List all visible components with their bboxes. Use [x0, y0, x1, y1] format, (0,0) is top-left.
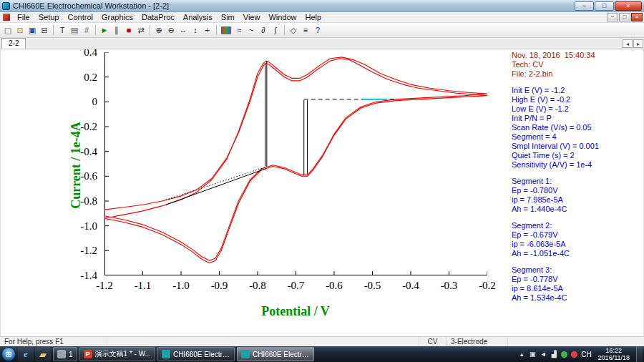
x-tick-label: -0.7: [288, 280, 305, 292]
app-window: CHI660E Electrochemical Workstation - [2…: [0, 0, 644, 362]
print-icon[interactable]: ⊟: [39, 24, 50, 36]
menu-help[interactable]: Help: [301, 13, 326, 21]
menu-control[interactable]: Control: [63, 13, 97, 21]
y-tick-label: 0: [92, 96, 98, 108]
cv-curves-svg: [104, 52, 487, 275]
tab-scroll-right-icon[interactable]: ►: [633, 39, 643, 48]
maximize-button[interactable]: □: [595, 1, 614, 11]
peak1-baseline-dotted: [166, 167, 266, 200]
plot-client-area: Current / 1e-4A Potential / V 0.40.20-0.…: [0, 49, 644, 336]
y-axis-tick-labels: 0.40.20-0.2-0.4-0.6-0.8-1.0-1.2-1.4: [68, 52, 101, 275]
pause-icon[interactable]: ∥: [111, 24, 122, 36]
smooth-icon[interactable]: ~: [245, 24, 257, 36]
toolbar-separator: [216, 25, 217, 35]
data-list-icon[interactable]: ≡: [300, 24, 311, 36]
copy-icon[interactable]: ▤: [69, 24, 80, 36]
start-button[interactable]: ⊞: [1, 347, 16, 361]
taskbar-clock[interactable]: 16:22 2016/11/18: [595, 347, 633, 361]
menu-dataproc[interactable]: DataProc: [137, 13, 179, 21]
zoom-out-icon[interactable]: ⊖: [165, 24, 177, 36]
save-icon[interactable]: ▣: [26, 24, 38, 36]
run-experiment-icon[interactable]: ►: [99, 24, 110, 36]
info-line: Ep = -0.780V: [512, 186, 643, 195]
palette-icon[interactable]: [221, 26, 231, 34]
derivative-icon[interactable]: ∂: [258, 24, 269, 36]
alert-tray-icon[interactable]: [571, 351, 577, 358]
segment-1-results: Segment 1:Ep = -0.780Vip = 7.985e-5AAh =…: [512, 177, 643, 214]
text-tool-icon[interactable]: T: [57, 24, 68, 36]
open-file-icon[interactable]: ⊡: [14, 24, 26, 36]
taskbar-apps: 1P演示文稿1 * - W...CHI660E Electro...CHI660…: [53, 347, 314, 361]
menu-setup[interactable]: Setup: [34, 13, 64, 21]
minimize-button[interactable]: −: [575, 1, 594, 11]
toolbar-separator: [95, 25, 96, 35]
info-line: Smpl Interval (V) = 0.001: [512, 142, 643, 151]
crosshair-icon[interactable]: +: [202, 24, 213, 36]
info-line: Init E (V) = -1.2: [512, 86, 643, 95]
status-spacer: [107, 337, 419, 346]
menu-window[interactable]: Window: [264, 13, 301, 21]
ime-mode-icon[interactable]: ▣: [529, 351, 536, 358]
security-tray-icon[interactable]: [561, 351, 567, 358]
taskbar-app-1-icon: [57, 350, 66, 358]
marker-icon[interactable]: ◇: [288, 24, 299, 36]
info-line: Ah = -1.051e-4C: [512, 249, 643, 258]
new-file-icon[interactable]: ▢: [2, 24, 14, 36]
help-icon[interactable]: ?: [312, 24, 323, 36]
overlay-plots-icon[interactable]: ≈: [233, 24, 245, 36]
reverse-scan-icon[interactable]: ⇄: [135, 24, 147, 36]
show-desktop-button[interactable]: [636, 346, 643, 362]
hidden-icons-button[interactable]: ▴: [518, 351, 525, 358]
mdi-close-button[interactable]: ×: [631, 13, 643, 21]
x-tick-label: -1.1: [135, 280, 152, 292]
info-line: Sensitivity (A/V) = 1e-4: [512, 160, 643, 170]
titlebar: CHI660E Electrochemical Workstation - [2…: [0, 0, 644, 12]
mdi-minimize-button[interactable]: −: [607, 13, 618, 21]
taskbar-powerpoint[interactable]: P演示文稿1 * - W...: [79, 347, 155, 361]
y-tick-label: 0.2: [84, 71, 97, 83]
y-tick-label: -0.8: [80, 195, 97, 207]
volume-icon[interactable]: ◄: [540, 351, 547, 358]
parameters-block: Init E (V) = -1.2High E (V) = -0.2Low E …: [512, 86, 643, 170]
explorer-folder-icon[interactable]: ▰: [35, 347, 51, 361]
integration-icon[interactable]: ∫: [270, 24, 281, 36]
mdi-window-buttons: −□×: [607, 13, 643, 21]
toolbar-separator: [284, 25, 285, 35]
x-tick-label: -0.8: [249, 280, 266, 292]
grid-icon[interactable]: #: [81, 24, 92, 36]
caption-buttons: − □ ×: [575, 1, 642, 11]
taskbar-chi660e-1[interactable]: CHI660E Electro...: [157, 347, 235, 361]
taskbar-app-1[interactable]: 1: [53, 347, 77, 361]
internet-explorer-icon[interactable]: e: [18, 347, 34, 361]
menu-graphics[interactable]: Graphics: [97, 13, 137, 21]
taskbar-chi660e-1-label: CHI660E Electro...: [173, 351, 230, 358]
menu-view[interactable]: View: [239, 13, 265, 21]
tab-2-2[interactable]: 2-2: [1, 38, 26, 49]
taskbar-chi660e-2-label: CHI660E Electro...: [253, 351, 310, 358]
x-tick-label: -0.2: [479, 280, 496, 292]
expand-x-icon[interactable]: ↔: [177, 24, 189, 36]
menu-sim[interactable]: Sim: [217, 13, 239, 21]
taskbar-powerpoint-icon: P: [84, 350, 92, 358]
language-indicator[interactable]: CH: [581, 351, 591, 358]
menu-file[interactable]: File: [13, 13, 34, 21]
zoom-in-icon[interactable]: ⊕: [153, 24, 165, 36]
taskbar-chi660e-2[interactable]: CHI660E Electro...: [237, 347, 314, 361]
info-line: Quiet Time (s) = 2: [512, 151, 643, 160]
stop-icon[interactable]: ■: [123, 24, 135, 36]
y-tick-label: -1.2: [80, 245, 97, 257]
info-line: ip = 8.614e-5A: [512, 284, 643, 293]
cv-plot[interactable]: [104, 52, 487, 275]
mdi-document-icon: [3, 14, 10, 21]
info-line: Segment 3:: [512, 265, 643, 275]
mdi-restore-button[interactable]: □: [619, 13, 630, 21]
x-axis-title: Potential / V: [261, 304, 330, 319]
expand-y-icon[interactable]: ↕: [190, 24, 201, 36]
info-line: High E (V) = -0.2: [512, 95, 643, 104]
network-icon[interactable]: ▟: [550, 351, 557, 358]
segment-3-results: Segment 3:Ep = -0.778Vip = 8.614e-5AAh =…: [512, 265, 643, 303]
close-button[interactable]: ×: [615, 1, 642, 11]
tab-scroll-left-icon[interactable]: ◄: [623, 39, 633, 48]
menu-analysis[interactable]: Analysis: [179, 13, 217, 21]
info-line: Tech: CV: [512, 60, 643, 69]
